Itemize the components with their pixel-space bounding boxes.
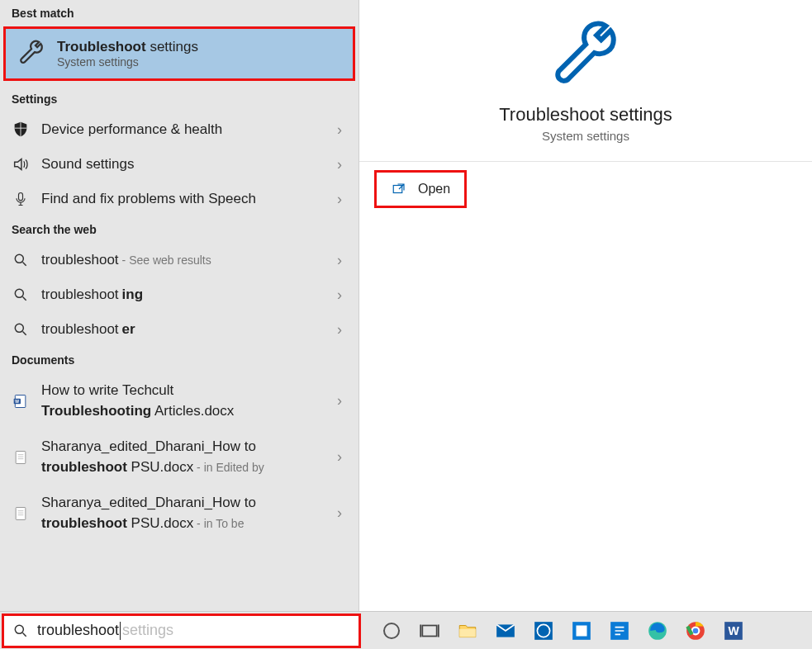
wrench-icon <box>548 20 623 94</box>
settings-item-sound[interactable]: Sound settings › <box>0 147 359 182</box>
settings-item-label: Find and fix problems with Speech <box>41 191 256 207</box>
chevron-right-icon: › <box>337 191 347 208</box>
web-item-troubleshoot[interactable]: troubleshoot - See web results › <box>0 243 359 277</box>
svg-rect-0 <box>19 193 23 201</box>
speaker-icon <box>12 155 30 173</box>
cortana-icon[interactable] <box>379 618 404 643</box>
word-icon[interactable]: W <box>721 618 746 643</box>
svg-point-3 <box>15 289 23 297</box>
doc-trail: - in To be <box>193 517 244 530</box>
settings-item-label: Sound settings <box>41 156 134 173</box>
search-results-panel: Best match Troubleshoot settings System … <box>0 0 359 611</box>
best-match-title-bold: Troubleshoot <box>57 39 146 54</box>
word-doc-icon: W <box>12 392 30 410</box>
best-match-header: Best match <box>0 0 359 26</box>
web-item-trail: - See web results <box>122 253 211 267</box>
svg-rect-18 <box>393 186 402 193</box>
detail-panel: Troubleshoot settings System settings Op… <box>359 0 812 611</box>
svg-line-6 <box>23 332 26 335</box>
detail-title: Troubleshoot settings <box>499 104 672 126</box>
svg-text:W: W <box>729 624 740 637</box>
settings-item-speech[interactable]: Find and fix problems with Speech › <box>0 182 359 216</box>
text-cursor <box>120 622 121 640</box>
search-ghost: settings <box>122 622 173 639</box>
chevron-right-icon: › <box>337 321 347 339</box>
open-icon <box>392 182 406 197</box>
shield-icon <box>12 121 30 139</box>
wrench-icon <box>17 40 45 68</box>
doc-item-3[interactable]: Sharanya_edited_Dharani_How to troublesh… <box>0 486 359 542</box>
doc-line1: Sharanya_edited_Dharani_How to <box>41 495 256 510</box>
best-match-subtitle: System settings <box>57 55 198 69</box>
search-typed: troubleshoot <box>37 622 119 639</box>
doc-line2-rest: Articles.docx <box>151 403 234 419</box>
app-icon[interactable] <box>607 618 632 643</box>
best-match-item[interactable]: Troubleshoot settings System settings <box>3 26 355 81</box>
taskbar: troubleshoot settings W <box>0 611 812 649</box>
open-button[interactable]: Open <box>374 170 467 208</box>
open-label: Open <box>418 182 450 197</box>
doc-item-2[interactable]: Sharanya_edited_Dharani_How to troublesh… <box>0 429 359 486</box>
search-icon <box>12 286 30 304</box>
svg-line-20 <box>23 632 26 636</box>
svg-rect-25 <box>459 628 476 637</box>
chevron-right-icon: › <box>337 121 347 139</box>
svg-point-21 <box>384 623 399 638</box>
edge-icon[interactable] <box>645 618 670 643</box>
svg-text:W: W <box>15 399 19 404</box>
chevron-right-icon: › <box>337 392 347 410</box>
doc-trail: - in Edited by <box>193 461 264 474</box>
best-match-title-rest: settings <box>146 39 198 54</box>
search-input[interactable]: troubleshoot settings <box>2 613 361 648</box>
doc-line2-bold: Troubleshooting <box>41 403 151 419</box>
svg-rect-10 <box>16 451 26 463</box>
web-item-prefix: troubleshoot <box>41 321 119 338</box>
task-view-icon[interactable] <box>417 618 442 643</box>
chrome-icon[interactable] <box>683 618 708 643</box>
file-icon <box>12 505 30 523</box>
settings-header: Settings <box>0 86 359 112</box>
chevron-right-icon: › <box>337 505 347 522</box>
svg-rect-30 <box>577 625 587 636</box>
web-item-prefix: troubleshoot <box>41 287 119 303</box>
search-icon <box>12 320 30 339</box>
web-header: Search the web <box>0 216 359 243</box>
dell-icon[interactable] <box>531 618 556 643</box>
web-item-bold: er <box>122 321 135 338</box>
doc-line2-bold: troubleshoot <box>41 459 127 475</box>
settings-item-label: Device performance & health <box>41 121 222 138</box>
doc-line2-rest: PSU.docx <box>127 459 193 475</box>
chevron-right-icon: › <box>337 252 347 269</box>
web-item-label: troubleshoot <box>41 252 119 268</box>
chevron-right-icon: › <box>337 287 347 304</box>
svg-point-1 <box>15 254 23 263</box>
doc-item-1[interactable]: W How to write Techcult Troubleshooting … <box>0 373 359 429</box>
search-icon <box>12 251 30 269</box>
svg-point-19 <box>15 625 23 633</box>
microphone-icon <box>12 190 30 208</box>
settings-item-device-performance[interactable]: Device performance & health › <box>0 112 359 147</box>
svg-line-4 <box>23 297 26 301</box>
search-icon <box>12 623 29 639</box>
doc-line2-rest: PSU.docx <box>127 515 193 531</box>
file-icon <box>12 448 30 467</box>
mail-icon[interactable] <box>493 618 518 643</box>
documents-header: Documents <box>0 347 359 373</box>
svg-rect-22 <box>422 625 436 636</box>
doc-line1: Sharanya_edited_Dharani_How to <box>41 438 256 454</box>
doc-line1: How to write Techcult <box>41 382 173 398</box>
chevron-right-icon: › <box>337 448 347 466</box>
svg-point-35 <box>693 628 699 633</box>
svg-point-5 <box>15 324 23 332</box>
chevron-right-icon: › <box>337 156 347 173</box>
file-explorer-icon[interactable] <box>455 618 480 643</box>
web-item-bold: ing <box>122 287 144 303</box>
detail-subtitle: System settings <box>542 129 629 143</box>
web-item-troubleshooter[interactable]: troubleshooter › <box>0 312 359 347</box>
app-icon[interactable] <box>569 618 594 643</box>
web-item-troubleshooting[interactable]: troubleshooting › <box>0 277 359 312</box>
doc-line2-bold: troubleshoot <box>41 515 127 531</box>
svg-rect-14 <box>16 507 26 519</box>
svg-line-2 <box>23 263 26 266</box>
